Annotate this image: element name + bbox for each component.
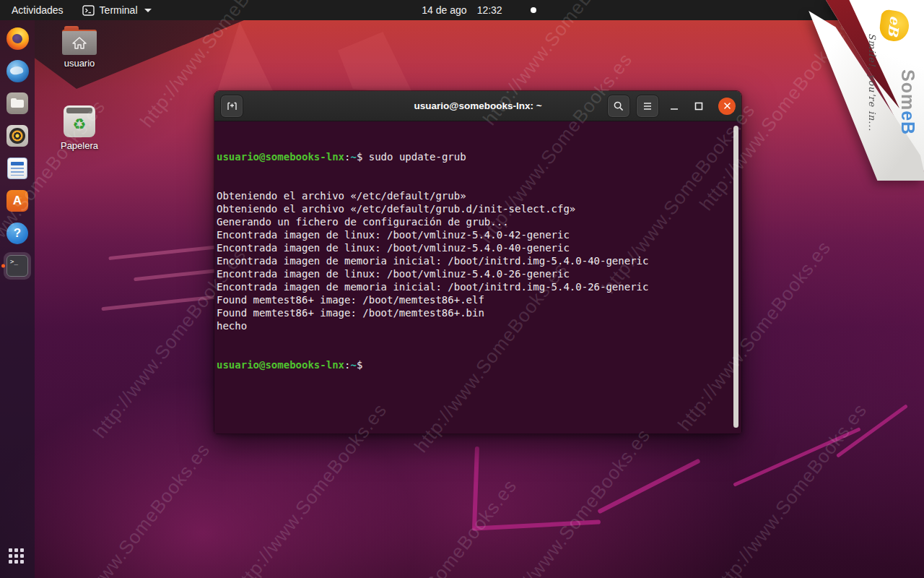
app-menu-terminal[interactable]: Terminal (82, 4, 152, 16)
search-button[interactable] (607, 95, 630, 118)
terminal-output-line: Found memtest86+ image: /boot/memtest86+… (217, 306, 731, 319)
prompt-user-host: usuario@somebooks-lnx (217, 359, 344, 371)
prompt-path: ~ (350, 151, 356, 163)
maximize-button[interactable] (689, 97, 708, 116)
terminal-output-line: Encontrada imagen de linux: /boot/vmlinu… (217, 241, 731, 254)
desktop-icon-label: usuario (64, 58, 95, 69)
terminal-output-line: Encontrada imagen de linux: /boot/vmlinu… (217, 267, 731, 280)
terminal-scrollbar[interactable] (733, 126, 738, 428)
terminal-icon: >_ (6, 255, 28, 277)
terminal-icon (82, 5, 95, 16)
dock-item-firefox[interactable] (4, 25, 31, 52)
menu-button[interactable] (636, 95, 659, 118)
terminal-output-line: Obteniendo el archivo «/etc/default/grub… (217, 202, 731, 215)
maximize-icon (694, 102, 703, 111)
wallpaper-line (597, 458, 701, 514)
app-menu-label: Terminal (100, 4, 138, 16)
clock[interactable]: 14 de ago 12:32 (422, 4, 502, 16)
close-button[interactable] (718, 98, 736, 115)
recycle-symbol: ♻ (73, 116, 87, 131)
thunderbird-icon (6, 60, 29, 82)
terminal-output-area[interactable]: usuario@somebooks-lnx:~$ sudo update-gru… (214, 121, 741, 434)
hamburger-menu-icon (642, 102, 653, 111)
chevron-down-icon (144, 9, 152, 12)
notification-dot (531, 7, 536, 13)
wallpaper-triangle (217, 22, 274, 94)
close-icon (723, 102, 731, 110)
minimize-button[interactable] (665, 97, 684, 116)
wallpaper-line (472, 447, 479, 529)
ubuntu-desktop: Actividades Terminal 14 de ago 12:32 A ? (0, 0, 924, 578)
dock-item-help[interactable]: ? (4, 220, 31, 247)
dock-item-terminal-active[interactable]: >_ (4, 252, 31, 280)
show-applications-button[interactable] (4, 543, 31, 571)
show-applications-icon (9, 548, 26, 566)
wallpaper-line (472, 519, 601, 530)
terminal-prompt-line: usuario@somebooks-lnx:~$ (217, 358, 731, 371)
prompt-user-host: usuario@somebooks-lnx (217, 151, 344, 163)
desktop-icon-label: Papelera (61, 140, 98, 151)
dock-item-ubuntu-software[interactable]: A (4, 187, 31, 215)
home-icon (71, 36, 87, 50)
libreoffice-writer-icon (7, 158, 27, 179)
terminal-output-line: Obteniendo el archivo «/etc/default/grub… (217, 189, 731, 202)
files-icon (6, 92, 28, 114)
search-icon (613, 100, 624, 112)
home-folder-icon (62, 26, 97, 55)
top-bar: Actividades Terminal 14 de ago 12:32 (0, 0, 924, 20)
running-indicator-dot (1, 264, 5, 268)
activities-button[interactable]: Actividades (9, 4, 66, 16)
wallpaper-line (733, 427, 860, 487)
terminal-output-line: Generando un fichero de configuración de… (217, 215, 731, 228)
dock-item-libreoffice-writer[interactable] (4, 155, 31, 182)
terminal-window: usuario@somebooks-lnx: ~ (214, 90, 742, 434)
clock-date: 14 de ago (422, 4, 466, 16)
terminal-output-line: hecho (217, 319, 731, 332)
terminal-output-line: Encontrada imagen de linux: /boot/vmlinu… (217, 228, 731, 241)
ubuntu-software-icon: A (6, 190, 28, 212)
dock-item-rhythmbox[interactable] (4, 122, 31, 150)
trash-icon: ♻ (64, 105, 95, 137)
terminal-output-line: Encontrada imagen de memoria inicial: /b… (217, 280, 731, 293)
firefox-icon (6, 27, 29, 50)
dock-item-thunderbird[interactable] (4, 57, 31, 85)
desktop-icon-trash[interactable]: ♻ Papelera (56, 105, 103, 151)
prompt-path: ~ (350, 359, 356, 371)
rhythmbox-icon (6, 125, 28, 147)
wallpaper-line (836, 404, 908, 458)
wallpaper-line (134, 269, 220, 282)
clock-time: 12:32 (477, 4, 502, 16)
minimize-icon (670, 102, 679, 111)
command-text: sudo update-grub (369, 151, 466, 163)
wallpaper-triangle (338, 32, 413, 94)
terminal-output-lines: Obteniendo el archivo «/etc/default/grub… (217, 189, 731, 332)
terminal-command-line: usuario@somebooks-lnx:~$ sudo update-gru… (217, 150, 731, 163)
desktop-icon-home-folder[interactable]: usuario (56, 26, 103, 69)
dock-item-files[interactable] (4, 90, 31, 117)
terminal-output-line: Found memtest86+ image: /boot/memtest86+… (217, 293, 731, 306)
terminal-titlebar[interactable]: usuario@somebooks-lnx: ~ (214, 91, 741, 121)
new-tab-button[interactable] (220, 95, 243, 118)
terminal-output-line: Encontrada imagen de memoria inicial: /b… (217, 254, 731, 267)
new-tab-icon (226, 100, 238, 112)
dock: A ? >_ (0, 20, 35, 578)
help-icon: ? (6, 223, 28, 244)
